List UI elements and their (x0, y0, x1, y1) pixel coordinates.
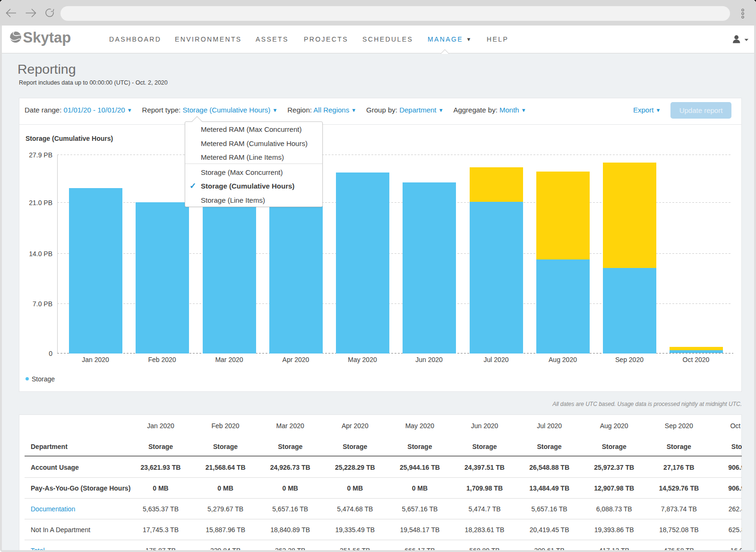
svg-text:Skytap: Skytap (23, 31, 71, 46)
